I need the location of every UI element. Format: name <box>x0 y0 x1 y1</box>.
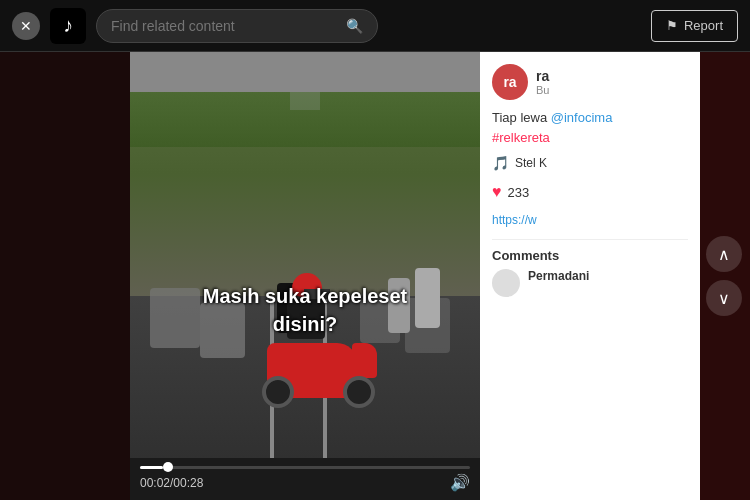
main-content: Masih suka kepeleset disini? 00:02/00:28… <box>0 52 750 500</box>
report-button[interactable]: ⚑ Report <box>651 10 738 42</box>
music-label: Stel K <box>515 156 547 170</box>
search-input[interactable] <box>111 18 338 34</box>
progress-dot <box>163 462 173 472</box>
right-background: ∧ ∨ <box>700 52 750 500</box>
music-icon: 🎵 <box>492 155 509 171</box>
video-caption: Masih suka kepeleset disini? <box>130 282 480 338</box>
video-frame[interactable]: Masih suka kepeleset disini? <box>130 52 480 458</box>
comments-label: Comments <box>492 248 688 263</box>
mention[interactable]: @infocima <box>551 110 613 125</box>
tiktok-logo: ♪ <box>50 8 86 44</box>
scooter-wheel-front <box>343 376 375 408</box>
scooter-front <box>352 343 377 378</box>
divider <box>492 239 688 240</box>
right-sidebar: ra ra Bu Tiap lewa @infocima #relkereta … <box>480 52 700 500</box>
action-buttons: ♥ 233 <box>492 183 688 201</box>
video-controls: 00:02/00:28 🔊 <box>130 458 480 500</box>
like-count: 233 <box>508 185 530 200</box>
time-display: 00:02/00:28 <box>140 476 203 490</box>
comment-avatar <box>492 269 520 297</box>
video-container: Masih suka kepeleset disini? 00:02/00:28… <box>130 52 480 500</box>
user-sub: Bu <box>536 84 549 96</box>
url-text[interactable]: https://w <box>492 213 688 227</box>
progress-fill <box>140 466 163 469</box>
nav-arrows: ∧ ∨ <box>706 236 742 316</box>
close-button[interactable]: ✕ <box>12 12 40 40</box>
bridge <box>130 52 480 92</box>
music-row: 🎵 Stel K <box>492 155 688 171</box>
comment-name: Permadani <box>528 269 589 283</box>
left-background <box>0 52 130 500</box>
hashtag[interactable]: #relkereta <box>492 130 550 145</box>
progress-bar[interactable] <box>140 466 470 469</box>
user-info: ra Bu <box>536 68 549 96</box>
report-icon: ⚑ <box>666 18 678 33</box>
comment-row: Permadani <box>492 269 688 297</box>
volume-icon[interactable]: 🔊 <box>450 473 470 492</box>
search-bar[interactable]: 🔍 <box>96 9 378 43</box>
scooter-wheel-back <box>262 376 294 408</box>
user-name: ra <box>536 68 549 84</box>
top-bar: ✕ ♪ 🔍 ⚑ Report <box>0 0 750 52</box>
search-icon: 🔍 <box>346 18 363 34</box>
avatar: ra <box>492 64 528 100</box>
user-row: ra ra Bu <box>492 64 688 100</box>
comment-content: Permadani <box>528 269 589 283</box>
nav-up-button[interactable]: ∧ <box>706 236 742 272</box>
nav-down-button[interactable]: ∨ <box>706 280 742 316</box>
like-row: ♥ 233 <box>492 183 688 201</box>
video-scene: Masih suka kepeleset disini? <box>130 52 480 458</box>
controls-row: 00:02/00:28 🔊 <box>140 473 470 492</box>
heart-icon: ♥ <box>492 183 502 201</box>
description: Tiap lewa @infocima #relkereta <box>492 108 688 147</box>
